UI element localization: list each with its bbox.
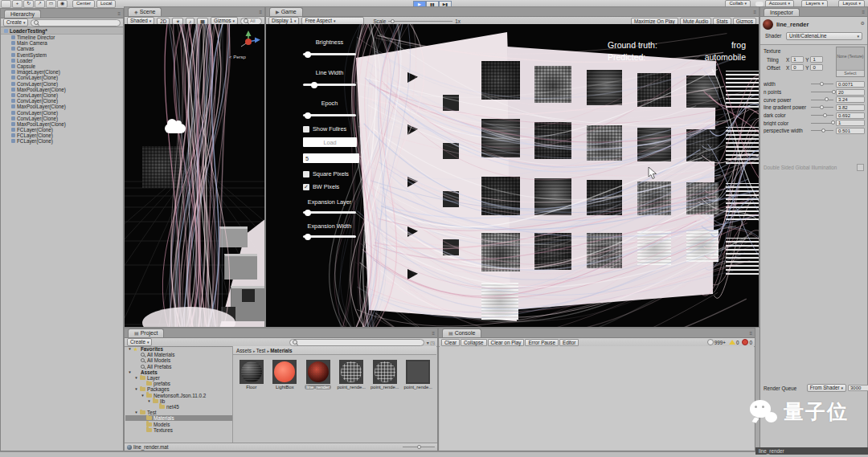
property-slider[interactable] <box>811 123 833 124</box>
breadcrumb[interactable]: AssetsTestMaterials <box>233 346 436 355</box>
hierarchy-item[interactable]: ConvLayer(Clone) <box>1 92 123 98</box>
foldout-arrow-icon[interactable]: ▼ <box>128 370 132 374</box>
shader-dropdown[interactable]: Unlit/CatenaLine <box>786 32 862 40</box>
console-toolbar-button[interactable]: Editor <box>559 339 579 346</box>
hierarchy-item[interactable]: ConvLayer(Clone) <box>1 75 123 80</box>
dsgi-checkbox[interactable] <box>857 164 864 171</box>
hand-tool-button[interactable] <box>1 0 11 8</box>
project-tree-row[interactable]: ▼ Assets <box>125 369 232 375</box>
hierarchy-item[interactable]: MaxPoolLayer(Clone) <box>1 87 123 92</box>
project-tree-row[interactable]: ▼ Packages <box>125 386 232 392</box>
tab-console[interactable]: ▤Console <box>442 328 481 337</box>
warning-counter[interactable]: 0 <box>729 340 739 345</box>
hierarchy-item[interactable]: ConvLayer(Clone) <box>1 98 123 104</box>
console-toolbar-button[interactable]: Collapse <box>461 339 487 346</box>
epoch-slider[interactable] <box>303 114 356 116</box>
texture-select-button[interactable]: Select <box>837 70 864 76</box>
bw-pixels-checkbox[interactable]: ✓BW Pixels <box>303 183 339 190</box>
material-asset[interactable]: point_rende... <box>335 360 369 390</box>
project-tree-row[interactable]: ▼ Test <box>125 410 232 415</box>
project-tree-row[interactable]: Textures <box>125 427 232 433</box>
rotate-tool-button[interactable]: ↻ <box>23 0 34 8</box>
hierarchy-item[interactable]: MaxPoolLayer(Clone) <box>1 104 123 109</box>
line-width-slider[interactable] <box>303 84 356 86</box>
material-asset[interactable]: LightBox <box>268 360 302 390</box>
space-toggle[interactable]: Local <box>96 0 116 8</box>
tiling-x-field[interactable]: 1 <box>791 56 804 63</box>
pivot-toggle[interactable]: Center <box>72 0 95 8</box>
expansion-layer-slider[interactable] <box>303 211 356 214</box>
project-tree-row[interactable]: ▼ Layer <box>125 375 232 381</box>
material-asset[interactable]: line_render <box>301 360 335 390</box>
persp-mode-label[interactable]: < Persp <box>229 55 246 59</box>
scale-slider-knob[interactable] <box>391 19 395 23</box>
scale-slider[interactable] <box>388 21 452 22</box>
offset-y-field[interactable]: 0 <box>810 64 823 71</box>
hierarchy-search-input[interactable] <box>31 19 121 27</box>
load-button[interactable]: Load <box>303 137 357 147</box>
property-value-field[interactable]: 0.501 <box>836 128 865 134</box>
panel-menu-icon[interactable]: ≡ <box>259 8 262 16</box>
hierarchy-item[interactable]: ConvLayer(Clone) <box>1 81 123 87</box>
foldout-arrow-icon[interactable]: ▼ <box>134 376 138 380</box>
property-slider[interactable] <box>811 107 833 108</box>
console-log-area[interactable] <box>440 346 754 450</box>
project-tree-row[interactable]: ▼ Favorites <box>125 346 232 352</box>
foldout-arrow-icon[interactable]: ▼ <box>147 399 151 403</box>
scale-tool-button[interactable]: ↗ <box>35 0 45 8</box>
info-counter[interactable]: 999+ <box>707 339 726 345</box>
checkbox-box[interactable] <box>303 126 309 133</box>
scene-viewport[interactable]: < Persp <box>125 24 264 327</box>
project-tree-row[interactable]: net45 <box>125 404 232 410</box>
hierarchy-scene-root[interactable]: LoaderTesting* <box>1 27 123 35</box>
hierarchy-item[interactable]: MaxPoolLayer(Clone) <box>1 121 123 127</box>
project-tree-row[interactable]: All Models <box>125 357 232 363</box>
square-pixels-checkbox[interactable]: Square Pixels <box>303 170 349 177</box>
material-asset[interactable]: point_rende... <box>368 360 402 390</box>
expansion-width-slider[interactable] <box>303 235 356 238</box>
search-scope-icons[interactable]: ▾ ◳ <box>427 340 435 345</box>
hierarchy-item[interactable]: Capsule <box>1 63 123 69</box>
hierarchy-item[interactable]: ImageLayer(Clone) <box>1 69 123 75</box>
foldout-arrow-icon[interactable]: ▼ <box>134 387 138 391</box>
property-value-field[interactable]: 1 <box>836 120 865 126</box>
tab-project[interactable]: ▤Project <box>128 328 164 337</box>
foldout-arrow-icon[interactable]: ▼ <box>128 347 132 351</box>
panel-menu-icon[interactable]: ≡ <box>749 329 752 337</box>
panel-menu-icon[interactable]: ≡ <box>753 8 756 16</box>
property-value-field[interactable]: 20 <box>836 89 865 96</box>
property-slider[interactable] <box>811 100 833 100</box>
property-value-field[interactable]: 3.82 <box>836 104 865 111</box>
checkbox-box[interactable]: ✓ <box>303 184 309 190</box>
gear-icon[interactable]: ⚙ <box>861 20 865 26</box>
project-tree-row[interactable]: All Prefabs <box>125 364 232 369</box>
hierarchy-item[interactable]: FCLayer(Clone) <box>1 127 123 133</box>
move-tool-button[interactable]: + <box>12 0 23 8</box>
checkbox-box[interactable] <box>303 171 309 177</box>
render-queue-value[interactable]: 3000 <box>848 385 868 391</box>
tiling-y-field[interactable]: 1 <box>810 56 823 63</box>
create-button[interactable]: Create <box>3 18 28 27</box>
scene-orientation-gizmo[interactable] <box>234 29 263 53</box>
property-value-field[interactable]: 0.692 <box>836 112 865 119</box>
thumbnail-size-slider[interactable] <box>403 447 435 447</box>
hierarchy-item[interactable]: Loader <box>1 58 123 63</box>
project-search-input[interactable] <box>289 339 424 346</box>
epoch-count-input[interactable]: 5 <box>303 153 359 163</box>
game-viewport[interactable]: Brightness Line Width Epoch Show Fullres… <box>266 24 759 327</box>
panel-menu-icon[interactable]: ≡ <box>117 10 121 18</box>
transform-tool-button[interactable]: ◉ <box>57 0 68 8</box>
property-value-field[interactable]: 3.24 <box>836 96 865 103</box>
property-value-field[interactable]: 0.0071 <box>836 81 865 88</box>
hierarchy-item[interactable]: Main Camera <box>1 40 123 46</box>
project-tree-row[interactable]: All Materials <box>125 352 232 357</box>
offset-x-field[interactable]: 0 <box>791 64 804 71</box>
texture-selector[interactable]: None (Texture) Select <box>836 47 865 77</box>
material-asset[interactable]: Floor <box>235 360 268 390</box>
hierarchy-item[interactable]: EventSystem <box>1 52 123 58</box>
panel-menu-icon[interactable]: ≡ <box>432 329 435 337</box>
hierarchy-item[interactable]: ConvLayer(Clone) <box>1 109 123 115</box>
tab-inspector[interactable]: Inspector <box>764 8 800 16</box>
hierarchy-item[interactable]: ConvLayer(Clone) <box>1 116 123 121</box>
brightness-slider[interactable] <box>303 53 356 55</box>
